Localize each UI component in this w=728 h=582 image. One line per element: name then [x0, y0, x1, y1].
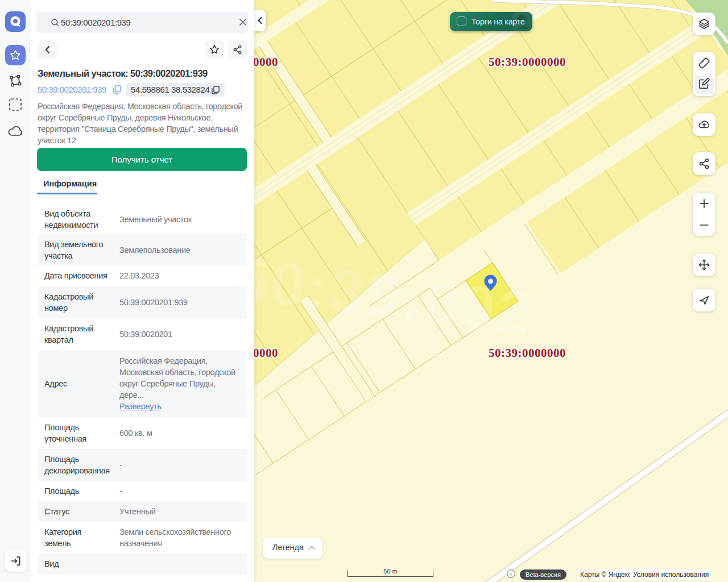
svg-text:50:39:0000000: 50:39:0000000: [254, 346, 278, 360]
svg-text:50:39:0000000: 50:39:0000000: [254, 55, 278, 69]
svg-text:50:39:0000000: 50:39:0000000: [489, 55, 566, 69]
svg-text:50:39:0000000: 50:39:0000000: [489, 346, 566, 360]
